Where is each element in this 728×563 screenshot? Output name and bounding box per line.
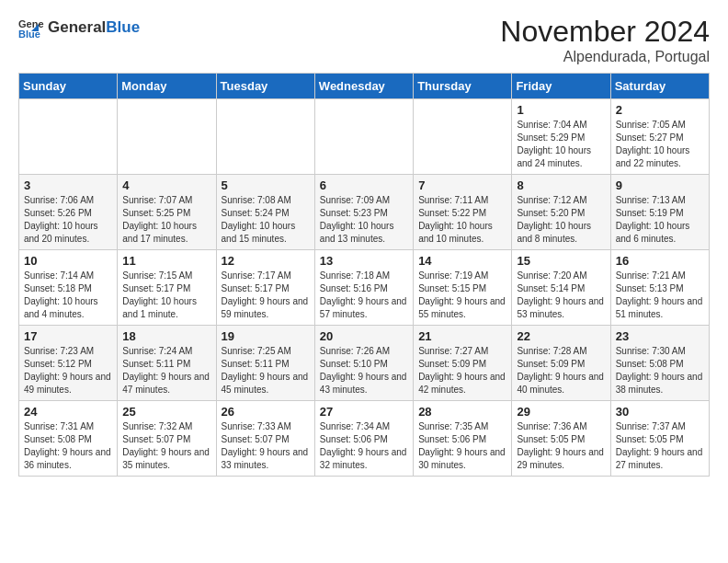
day-info: Sunrise: 7:20 AM Sunset: 5:14 PM Dayligh… [517, 270, 605, 321]
calendar-cell: 17Sunrise: 7:23 AM Sunset: 5:12 PM Dayli… [19, 326, 118, 401]
calendar-cell: 21Sunrise: 7:27 AM Sunset: 5:09 PM Dayli… [414, 326, 512, 401]
day-number: 27 [320, 405, 408, 419]
day-info: Sunrise: 7:11 AM Sunset: 5:22 PM Dayligh… [418, 194, 506, 246]
location-title: Alpendurada, Portugal [500, 49, 710, 65]
day-number: 20 [320, 329, 408, 343]
calendar-cell: 9Sunrise: 7:13 AM Sunset: 5:19 PM Daylig… [610, 175, 709, 250]
calendar-cell: 1Sunrise: 7:04 AM Sunset: 5:29 PM Daylig… [512, 99, 610, 175]
day-number: 17 [24, 329, 112, 343]
day-number: 21 [418, 329, 506, 343]
day-number: 11 [122, 254, 210, 268]
calendar-header-tuesday: Tuesday [216, 74, 314, 99]
day-number: 5 [222, 178, 310, 192]
calendar-table: SundayMondayTuesdayWednesdayThursdayFrid… [18, 73, 710, 477]
day-info: Sunrise: 7:19 AM Sunset: 5:15 PM Dayligh… [418, 270, 506, 321]
calendar-cell: 14Sunrise: 7:19 AM Sunset: 5:15 PM Dayli… [414, 250, 512, 326]
calendar-cell [118, 99, 216, 175]
calendar-cell: 16Sunrise: 7:21 AM Sunset: 5:13 PM Dayli… [610, 250, 709, 326]
calendar-cell: 2Sunrise: 7:05 AM Sunset: 5:27 PM Daylig… [610, 99, 709, 175]
calendar-cell: 28Sunrise: 7:35 AM Sunset: 5:06 PM Dayli… [414, 401, 512, 477]
calendar-cell: 5Sunrise: 7:08 AM Sunset: 5:24 PM Daylig… [216, 175, 314, 250]
day-number: 15 [517, 254, 605, 268]
day-number: 4 [122, 178, 210, 192]
calendar-header-wednesday: Wednesday [314, 74, 413, 99]
day-info: Sunrise: 7:34 AM Sunset: 5:06 PM Dayligh… [320, 420, 408, 472]
day-info: Sunrise: 7:36 AM Sunset: 5:05 PM Dayligh… [517, 420, 605, 472]
calendar-cell: 12Sunrise: 7:17 AM Sunset: 5:17 PM Dayli… [216, 250, 314, 326]
day-info: Sunrise: 7:14 AM Sunset: 5:18 PM Dayligh… [24, 270, 112, 321]
calendar-header-monday: Monday [118, 74, 216, 99]
day-info: Sunrise: 7:37 AM Sunset: 5:05 PM Dayligh… [616, 420, 704, 472]
calendar-cell: 23Sunrise: 7:30 AM Sunset: 5:08 PM Dayli… [610, 326, 709, 401]
calendar-cell: 13Sunrise: 7:18 AM Sunset: 5:16 PM Dayli… [314, 250, 413, 326]
title-area: November 2024 Alpendurada, Portugal [500, 15, 710, 65]
day-info: Sunrise: 7:33 AM Sunset: 5:07 PM Dayligh… [222, 420, 310, 472]
day-info: Sunrise: 7:07 AM Sunset: 5:25 PM Dayligh… [122, 194, 210, 246]
day-info: Sunrise: 7:13 AM Sunset: 5:19 PM Dayligh… [616, 194, 704, 246]
day-info: Sunrise: 7:12 AM Sunset: 5:20 PM Dayligh… [517, 194, 605, 246]
calendar-week-row: 17Sunrise: 7:23 AM Sunset: 5:12 PM Dayli… [19, 326, 710, 401]
day-number: 6 [320, 178, 408, 192]
calendar-cell: 26Sunrise: 7:33 AM Sunset: 5:07 PM Dayli… [216, 401, 314, 477]
calendar-cell: 8Sunrise: 7:12 AM Sunset: 5:20 PM Daylig… [512, 175, 610, 250]
day-number: 9 [616, 178, 704, 192]
calendar-week-row: 3Sunrise: 7:06 AM Sunset: 5:26 PM Daylig… [19, 175, 710, 250]
day-number: 25 [122, 405, 210, 419]
day-number: 19 [222, 329, 310, 343]
day-number: 23 [616, 329, 704, 343]
calendar-week-row: 24Sunrise: 7:31 AM Sunset: 5:08 PM Dayli… [19, 401, 710, 477]
calendar-header-friday: Friday [512, 74, 610, 99]
day-number: 29 [517, 405, 605, 419]
calendar-cell: 6Sunrise: 7:09 AM Sunset: 5:23 PM Daylig… [314, 175, 413, 250]
page-header: General Blue GeneralBlue November 2024 A… [18, 15, 710, 65]
calendar-header-saturday: Saturday [610, 74, 709, 99]
day-info: Sunrise: 7:05 AM Sunset: 5:27 PM Dayligh… [616, 119, 704, 170]
calendar-cell [216, 99, 314, 175]
calendar-cell: 20Sunrise: 7:26 AM Sunset: 5:10 PM Dayli… [314, 326, 413, 401]
day-info: Sunrise: 7:35 AM Sunset: 5:06 PM Dayligh… [418, 420, 506, 472]
logo-icon: General Blue [18, 15, 44, 40]
calendar-cell: 19Sunrise: 7:25 AM Sunset: 5:11 PM Dayli… [216, 326, 314, 401]
calendar-header-row: SundayMondayTuesdayWednesdayThursdayFrid… [19, 74, 710, 99]
calendar-cell [314, 99, 413, 175]
day-info: Sunrise: 7:27 AM Sunset: 5:09 PM Dayligh… [418, 345, 506, 396]
day-number: 30 [616, 405, 704, 419]
day-number: 7 [418, 178, 506, 192]
calendar-cell: 27Sunrise: 7:34 AM Sunset: 5:06 PM Dayli… [314, 401, 413, 477]
day-info: Sunrise: 7:23 AM Sunset: 5:12 PM Dayligh… [24, 345, 112, 396]
calendar-cell: 7Sunrise: 7:11 AM Sunset: 5:22 PM Daylig… [414, 175, 512, 250]
day-number: 12 [222, 254, 310, 268]
day-number: 2 [616, 103, 704, 117]
logo: General Blue GeneralBlue [18, 15, 140, 40]
day-number: 16 [616, 254, 704, 268]
day-info: Sunrise: 7:15 AM Sunset: 5:17 PM Dayligh… [122, 270, 210, 321]
calendar-header-sunday: Sunday [19, 74, 118, 99]
calendar-cell: 18Sunrise: 7:24 AM Sunset: 5:11 PM Dayli… [118, 326, 216, 401]
day-info: Sunrise: 7:17 AM Sunset: 5:17 PM Dayligh… [222, 270, 310, 321]
day-info: Sunrise: 7:30 AM Sunset: 5:08 PM Dayligh… [616, 345, 704, 396]
day-number: 18 [122, 329, 210, 343]
calendar-cell: 25Sunrise: 7:32 AM Sunset: 5:07 PM Dayli… [118, 401, 216, 477]
day-number: 14 [418, 254, 506, 268]
calendar-header-thursday: Thursday [414, 74, 512, 99]
day-info: Sunrise: 7:31 AM Sunset: 5:08 PM Dayligh… [24, 420, 112, 472]
day-info: Sunrise: 7:28 AM Sunset: 5:09 PM Dayligh… [517, 345, 605, 396]
calendar-cell: 24Sunrise: 7:31 AM Sunset: 5:08 PM Dayli… [19, 401, 118, 477]
day-info: Sunrise: 7:08 AM Sunset: 5:24 PM Dayligh… [222, 194, 310, 246]
day-number: 3 [24, 178, 112, 192]
calendar-cell: 29Sunrise: 7:36 AM Sunset: 5:05 PM Dayli… [512, 401, 610, 477]
day-info: Sunrise: 7:24 AM Sunset: 5:11 PM Dayligh… [122, 345, 210, 396]
calendar-week-row: 1Sunrise: 7:04 AM Sunset: 5:29 PM Daylig… [19, 99, 710, 175]
day-number: 28 [418, 405, 506, 419]
day-info: Sunrise: 7:32 AM Sunset: 5:07 PM Dayligh… [122, 420, 210, 472]
calendar-week-row: 10Sunrise: 7:14 AM Sunset: 5:18 PM Dayli… [19, 250, 710, 326]
calendar-cell [414, 99, 512, 175]
logo-general: GeneralBlue [48, 19, 140, 37]
day-info: Sunrise: 7:25 AM Sunset: 5:11 PM Dayligh… [222, 345, 310, 396]
calendar-cell: 4Sunrise: 7:07 AM Sunset: 5:25 PM Daylig… [118, 175, 216, 250]
day-number: 10 [24, 254, 112, 268]
day-info: Sunrise: 7:06 AM Sunset: 5:26 PM Dayligh… [24, 194, 112, 246]
day-info: Sunrise: 7:04 AM Sunset: 5:29 PM Dayligh… [517, 119, 605, 170]
calendar-cell: 30Sunrise: 7:37 AM Sunset: 5:05 PM Dayli… [610, 401, 709, 477]
calendar-cell: 22Sunrise: 7:28 AM Sunset: 5:09 PM Dayli… [512, 326, 610, 401]
